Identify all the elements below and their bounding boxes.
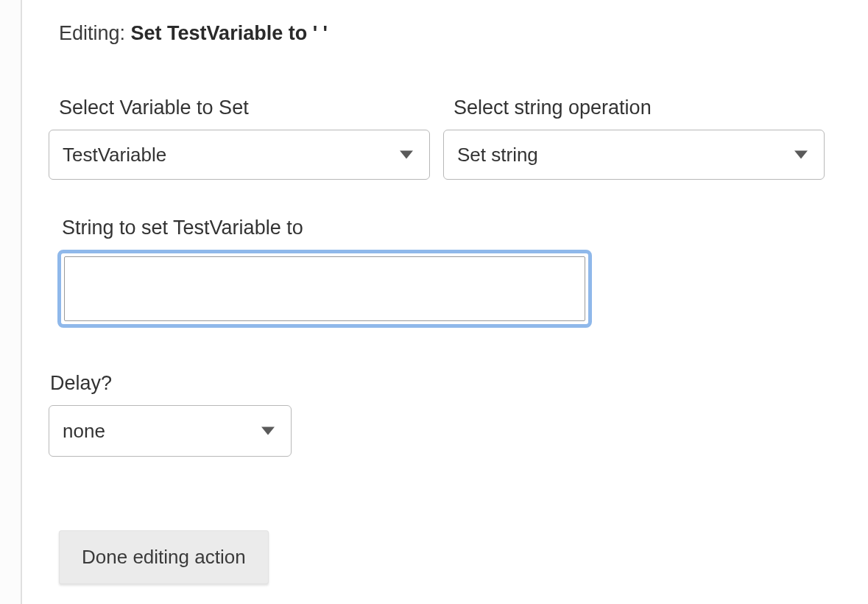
operation-field-label: Select string operation bbox=[454, 96, 825, 119]
left-border bbox=[0, 0, 22, 604]
editing-prefix: Editing: bbox=[59, 22, 131, 44]
variable-select-value: TestVariable bbox=[49, 144, 429, 166]
done-editing-button[interactable]: Done editing action bbox=[59, 530, 269, 584]
operation-select-value: Set string bbox=[444, 144, 824, 166]
variable-field-group: Select Variable to Set TestVariable bbox=[49, 96, 430, 180]
delay-select[interactable]: none bbox=[49, 405, 292, 457]
string-input[interactable] bbox=[64, 256, 585, 321]
string-field-group: String to set TestVariable to bbox=[49, 217, 824, 328]
operation-field-group: Select string operation Set string bbox=[443, 96, 825, 180]
delay-select-value: none bbox=[49, 420, 291, 443]
caret-down-icon bbox=[400, 151, 413, 159]
string-input-focus-ring bbox=[57, 250, 592, 328]
caret-down-icon bbox=[794, 151, 808, 159]
delay-field-group: Delay? none bbox=[49, 372, 824, 457]
variable-field-label: Select Variable to Set bbox=[59, 96, 430, 119]
string-field-label: String to set TestVariable to bbox=[62, 217, 824, 239]
editing-action-summary: Set TestVariable to ' ' bbox=[131, 22, 328, 44]
operation-select[interactable]: Set string bbox=[443, 130, 825, 180]
caret-down-icon bbox=[261, 427, 275, 435]
select-row: Select Variable to Set TestVariable Sele… bbox=[49, 96, 824, 180]
action-editor-panel: Editing: Set TestVariable to ' ' Select … bbox=[0, 0, 868, 604]
variable-select[interactable]: TestVariable bbox=[49, 130, 430, 180]
delay-field-label: Delay? bbox=[50, 372, 824, 395]
editing-header: Editing: Set TestVariable to ' ' bbox=[59, 22, 824, 45]
